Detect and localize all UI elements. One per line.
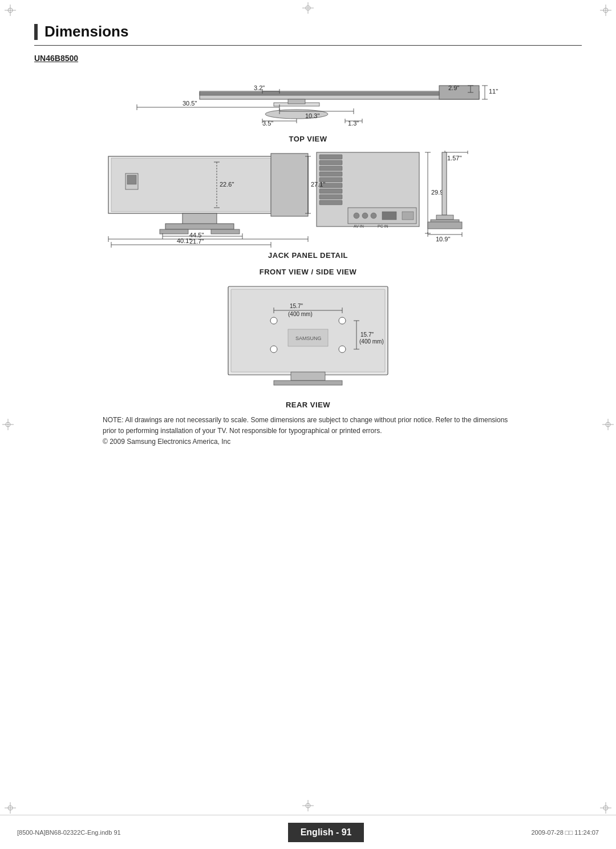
copyright-text: © 2009 Samsung Electronics America, Inc — [103, 436, 513, 447]
front-side-label: FRONT VIEW / SIDE VIEW — [34, 268, 582, 276]
note-section: NOTE: All drawings are not necessarily t… — [103, 415, 513, 448]
svg-point-77 — [362, 213, 368, 219]
svg-point-126 — [339, 346, 346, 353]
svg-text:30.5": 30.5" — [183, 100, 197, 107]
svg-rect-63 — [160, 229, 188, 234]
reg-mark-br — [600, 802, 611, 814]
title-section: Dimensions — [34, 23, 582, 46]
jack-panel-container: AV IN PC IN 44.5" 40.1" 22.6" — [34, 148, 582, 248]
svg-text:(400 mm): (400 mm) — [359, 338, 384, 345]
svg-rect-67 — [319, 160, 342, 165]
page-title: Dimensions — [44, 23, 128, 41]
rear-view-container: SAMSUNG 15.7" 15.7" (400 mm) (400 mm) — [34, 281, 582, 395]
svg-point-125 — [270, 346, 277, 353]
svg-rect-84 — [127, 175, 136, 184]
svg-rect-80 — [402, 212, 414, 220]
svg-text:1.57": 1.57" — [447, 155, 461, 161]
svg-text:SAMSUNG: SAMSUNG — [295, 335, 322, 341]
svg-text:11": 11" — [489, 88, 498, 95]
svg-rect-109 — [442, 152, 447, 215]
svg-text:3.2": 3.2" — [254, 84, 265, 91]
svg-text:15.7": 15.7" — [290, 303, 303, 309]
svg-point-123 — [270, 317, 277, 324]
svg-point-76 — [354, 213, 359, 219]
svg-rect-110 — [436, 215, 453, 220]
svg-text:PC IN: PC IN — [378, 224, 388, 228]
svg-rect-64 — [211, 229, 240, 234]
reg-mark-bl — [5, 802, 16, 814]
svg-text:10.3": 10.3" — [305, 112, 319, 119]
svg-rect-129 — [291, 372, 325, 381]
model-number: UN46B8500 — [34, 54, 582, 63]
svg-text:15.7": 15.7" — [360, 331, 374, 338]
svg-text:10.9": 10.9" — [436, 236, 450, 242]
english-badge: English - 91 — [288, 823, 364, 842]
svg-rect-130 — [274, 381, 342, 385]
svg-text:22.6": 22.6" — [220, 181, 234, 188]
svg-rect-60 — [271, 153, 308, 216]
svg-rect-112 — [428, 222, 462, 229]
svg-text:(400 mm): (400 mm) — [288, 311, 313, 317]
title-bar — [34, 24, 38, 40]
jack-panel-svg: AV IN PC IN 44.5" 40.1" 22.6" — [91, 148, 525, 248]
top-view-container: 11" 2.9" 3.2" 30.5" 10.3" 3.5" — [34, 68, 582, 131]
rear-view-label: REAR VIEW — [34, 401, 582, 409]
svg-rect-68 — [319, 166, 342, 171]
svg-point-124 — [339, 317, 346, 324]
svg-rect-72 — [319, 189, 342, 193]
note-text: NOTE: All drawings are not necessarily t… — [103, 415, 513, 436]
jack-panel-label: JACK PANEL DETAIL — [34, 251, 582, 260]
rear-view-svg: SAMSUNG 15.7" 15.7" (400 mm) (400 mm) — [194, 281, 422, 395]
footer-right-text: 2009-07-28 □□ 11:24:07 — [531, 829, 599, 836]
svg-rect-79 — [382, 212, 396, 220]
footer-left-text: [8500-NA]BN68-02322C-Eng.indb 91 — [17, 829, 121, 836]
svg-rect-69 — [319, 172, 342, 176]
svg-text:AV IN: AV IN — [354, 224, 364, 228]
svg-rect-73 — [319, 195, 342, 199]
svg-rect-61 — [183, 213, 217, 225]
svg-rect-27 — [200, 92, 439, 95]
svg-rect-74 — [319, 200, 342, 205]
svg-point-78 — [371, 213, 376, 219]
crosshair-bottom — [302, 800, 314, 811]
footer: [8500-NA]BN68-02322C-Eng.indb 91 English… — [0, 815, 616, 849]
svg-rect-62 — [165, 224, 234, 229]
svg-text:27.1": 27.1" — [311, 181, 325, 188]
svg-rect-66 — [319, 155, 342, 159]
svg-rect-28 — [288, 99, 305, 104]
svg-text:2.9": 2.9" — [448, 84, 459, 91]
top-view-label: TOP VIEW — [34, 135, 582, 143]
top-view-svg: 11" 2.9" 3.2" 30.5" 10.3" 3.5" — [108, 68, 508, 131]
svg-text:21.7": 21.7" — [189, 238, 204, 245]
